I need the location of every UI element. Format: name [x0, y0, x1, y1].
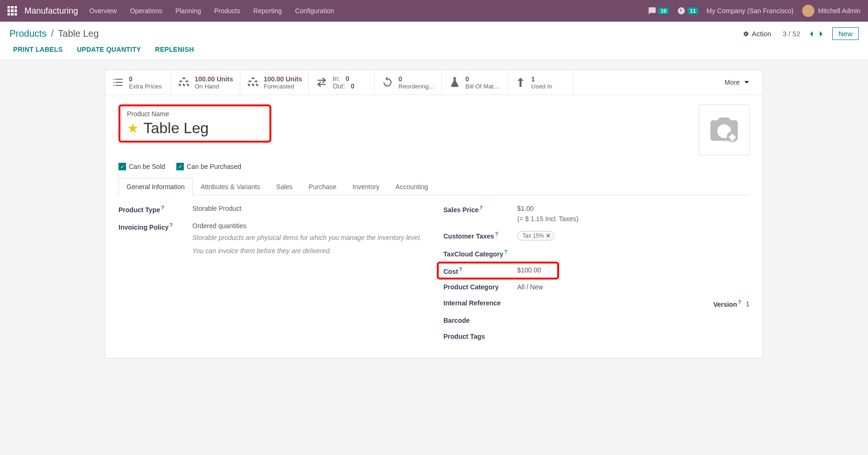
checkmark-icon: ✓: [176, 163, 184, 170]
stat-extra-prices[interactable]: 0Extra Prices: [105, 70, 171, 95]
checkmark-icon: ✓: [118, 163, 126, 170]
pager-prev[interactable]: [806, 29, 816, 39]
nav-operations[interactable]: Operations: [130, 7, 162, 15]
sales-price-incl-tax: (= $ 1.15 Incl. Taxes): [517, 215, 750, 223]
form-left-column: Product Type? Storable Product Invoicing…: [118, 205, 425, 349]
tab-sales[interactable]: Sales: [268, 178, 300, 195]
app-brand[interactable]: Manufacturing: [24, 6, 78, 16]
form-sheet: 0Extra Prices 100.00 UnitsOn Hand 100.00…: [105, 70, 763, 359]
product-category-value[interactable]: All / New: [517, 283, 750, 291]
flask-icon: [449, 76, 461, 88]
hint-storable: Storable products are physical items for…: [192, 232, 425, 243]
stat-on-hand[interactable]: 100.00 UnitsOn Hand: [171, 70, 240, 95]
messages-badge: 10: [658, 8, 669, 14]
print-labels-button[interactable]: PRINT LABELS: [13, 46, 63, 53]
field-taxcloud-category: TaxCloud Category?: [443, 249, 750, 258]
stat-in-out[interactable]: In:0 Out:0: [309, 70, 375, 95]
chat-icon: [648, 7, 656, 15]
can-be-sold-checkbox[interactable]: ✓ Can be Sold: [118, 163, 165, 170]
messages-button[interactable]: 10: [648, 7, 669, 15]
invoicing-policy-value[interactable]: Ordered quantities: [192, 222, 246, 230]
boolean-flags: ✓ Can be Sold ✓ Can be Purchased: [105, 159, 763, 174]
nav-overview[interactable]: Overview: [89, 7, 117, 15]
highlight-cost: Cost? $100.00: [437, 262, 559, 280]
field-internal-reference: Internal Reference Version? 1: [443, 299, 750, 308]
stat-buttons: 0Extra Prices 100.00 UnitsOn Hand 100.00…: [105, 70, 763, 95]
refresh-icon: [381, 76, 394, 88]
version-value: 1: [746, 300, 750, 308]
new-button[interactable]: New: [832, 27, 859, 40]
can-be-purchased-checkbox[interactable]: ✓ Can be Purchased: [176, 163, 241, 170]
activities-badge: 11: [687, 8, 698, 14]
breadcrumb-current: Table Leg: [58, 28, 99, 39]
breadcrumb: Products / Table Leg: [9, 28, 99, 39]
stat-more[interactable]: More: [711, 70, 763, 95]
nav-configuration[interactable]: Configuration: [295, 7, 334, 15]
tab-accounting[interactable]: Accounting: [387, 178, 436, 195]
replenish-button[interactable]: REPLENISH: [155, 46, 194, 53]
nav-reporting[interactable]: Reporting: [253, 7, 282, 15]
stat-reordering[interactable]: 0Reordering…: [375, 70, 442, 95]
help-icon[interactable]: ?: [161, 205, 164, 210]
avatar: [802, 5, 814, 17]
help-icon[interactable]: ?: [738, 299, 741, 305]
tab-attributes-variants[interactable]: Attributes & Variants: [193, 178, 268, 195]
field-sales-price: Sales Price? $1.00 (= $ 1.15 Incl. Taxes…: [443, 205, 750, 223]
help-icon[interactable]: ?: [459, 266, 462, 272]
help-icon[interactable]: ?: [480, 205, 483, 210]
chevron-right-icon: [819, 31, 824, 37]
form-body: Product Type? Storable Product Invoicing…: [105, 195, 763, 358]
camera-plus-icon: [708, 113, 741, 146]
product-image-placeholder[interactable]: [699, 104, 750, 155]
nav-planning[interactable]: Planning: [175, 7, 201, 15]
field-product-tags: Product Tags: [443, 333, 750, 340]
company-switcher[interactable]: My Company (San Francisco): [707, 7, 794, 15]
boxes-icon: [247, 76, 259, 88]
hint-invoice: You can invoice them before they are del…: [192, 246, 425, 256]
field-product-category: Product Category All / New: [443, 283, 750, 291]
product-name-field[interactable]: Table Leg: [143, 120, 209, 137]
cost-value[interactable]: $100.00: [517, 266, 552, 274]
tax-tag[interactable]: Tax 15% ✕: [517, 231, 554, 240]
boxes-icon: [178, 76, 190, 88]
stat-used-in[interactable]: 1Used In: [508, 70, 574, 95]
control-bar: Products / Table Leg Action 3 / 52 New: [0, 22, 868, 40]
sales-price-value[interactable]: $1.00: [517, 205, 534, 212]
help-icon[interactable]: ?: [504, 249, 507, 255]
chevron-left-icon: [809, 31, 813, 37]
user-name: Mitchell Admin: [818, 7, 860, 15]
tab-general-information[interactable]: General Information: [118, 178, 193, 195]
highlight-product-name: Product Name ★ Table Leg: [118, 104, 271, 143]
action-dropdown[interactable]: Action: [742, 30, 772, 38]
tab-purchase[interactable]: Purchase: [300, 178, 344, 195]
top-nav: Manufacturing Overview Operations Planni…: [0, 0, 868, 22]
help-icon[interactable]: ?: [495, 231, 498, 237]
pager-next[interactable]: [816, 29, 827, 39]
favorite-star-icon[interactable]: ★: [127, 120, 139, 136]
field-product-type: Product Type? Storable Product: [118, 205, 425, 214]
clock-icon: [677, 7, 686, 15]
tabs: General Information Attributes & Variant…: [105, 178, 763, 195]
apps-menu-icon[interactable]: [8, 6, 17, 16]
stat-forecasted[interactable]: 100.00 UnitsForecasted: [240, 70, 309, 95]
product-name-label: Product Name: [127, 110, 263, 118]
tab-inventory[interactable]: Inventory: [345, 178, 388, 195]
caret-down-icon: [744, 80, 749, 85]
user-menu[interactable]: Mitchell Admin: [802, 5, 860, 17]
title-area: Product Name ★ Table Leg: [105, 95, 763, 159]
nav-products[interactable]: Products: [214, 7, 240, 15]
breadcrumb-root[interactable]: Products: [9, 28, 47, 39]
update-quantity-button[interactable]: UPDATE QUANTITY: [77, 46, 141, 53]
stat-bom[interactable]: 0Bill Of Mat…: [442, 70, 508, 95]
form-right-column: Sales Price? $1.00 (= $ 1.15 Incl. Taxes…: [443, 205, 750, 349]
activities-button[interactable]: 11: [677, 7, 698, 15]
action-row: PRINT LABELS UPDATE QUANTITY REPLENISH: [0, 40, 868, 60]
field-invoicing-policy: Invoicing Policy? Ordered quantities Sto…: [118, 222, 425, 256]
list-icon: [112, 76, 124, 88]
field-barcode: Barcode: [443, 317, 750, 324]
product-type-value[interactable]: Storable Product: [192, 205, 425, 212]
arrow-up-icon: [514, 76, 527, 88]
pager[interactable]: 3 / 52: [782, 30, 800, 38]
close-icon[interactable]: ✕: [546, 232, 551, 239]
help-icon[interactable]: ?: [170, 222, 173, 228]
